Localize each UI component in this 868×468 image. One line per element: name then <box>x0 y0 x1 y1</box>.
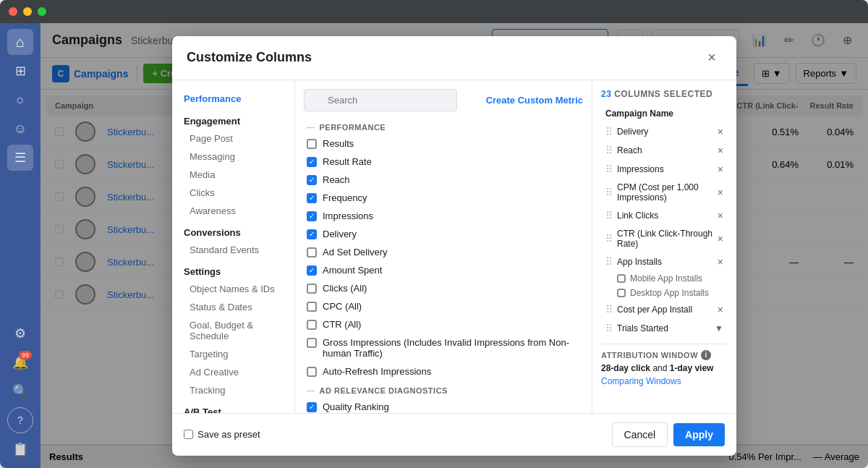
metric-clicks-all-label: Clicks (All) <box>323 283 367 294</box>
remove-cpm-button[interactable]: × <box>718 187 723 198</box>
metric-reach[interactable]: ✓ Reach <box>304 171 583 189</box>
selected-impressions-label: Impressions <box>617 164 713 174</box>
selected-mobile-app-installs[interactable]: Mobile App Installs <box>601 271 728 286</box>
drag-handle-icon: ⠿ <box>605 163 613 175</box>
sidebar-icon-help[interactable]: ? <box>7 407 33 433</box>
metric-amount-spent-checkbox[interactable]: ✓ <box>307 265 317 276</box>
category-messaging[interactable]: Messaging <box>172 148 294 166</box>
create-custom-metric-button[interactable]: Create Custom Metric <box>486 95 583 106</box>
categories-panel: Performance Engagement Page Post Messagi… <box>172 80 295 413</box>
metric-results-checkbox[interactable] <box>307 139 317 149</box>
sidebar-icon-circle[interactable]: ○ <box>7 87 33 113</box>
sidebar-icon-search[interactable]: 🔍 <box>7 378 33 404</box>
remove-delivery-button[interactable]: × <box>718 126 723 137</box>
save-preset-label[interactable]: Save as preset <box>184 429 260 440</box>
category-ad-creative[interactable]: Ad Creative <box>172 363 294 381</box>
category-standard-events[interactable]: Standard Events <box>172 241 294 259</box>
remove-cost-per-app-button[interactable]: × <box>718 304 723 315</box>
metric-adset-delivery-checkbox[interactable] <box>307 247 317 258</box>
sidebar-icon-settings[interactable]: ⚙ <box>7 320 33 346</box>
selected-reach[interactable]: ⠿ Reach × <box>601 141 728 160</box>
metric-ctr-all[interactable]: CTR (All) <box>304 315 583 333</box>
save-preset-text: Save as preset <box>197 429 260 440</box>
category-targeting[interactable]: Targeting <box>172 345 294 363</box>
metric-gross-impressions[interactable]: Gross Impressions (Includes Invalid Impr… <box>304 333 583 362</box>
sidebar-icon-notifications[interactable]: 🔔99 <box>7 349 33 375</box>
category-awareness[interactable]: Awareness <box>172 202 294 220</box>
metric-delivery[interactable]: ✓ Delivery <box>304 225 583 243</box>
metric-adset-delivery[interactable]: Ad Set Delivery <box>304 243 583 261</box>
metric-impressions[interactable]: ✓ Impressions <box>304 207 583 225</box>
save-preset-checkbox[interactable] <box>184 430 193 439</box>
comparing-windows-link[interactable]: Comparing Windows <box>601 376 728 386</box>
selected-ctr[interactable]: ⠿ CTR (Link Click-Through Rate) × <box>601 225 728 252</box>
customize-columns-modal: Customize Columns × Performance Engageme… <box>172 36 736 456</box>
maximize-dot[interactable] <box>38 7 46 16</box>
remove-ctr-button[interactable]: × <box>718 233 723 244</box>
sidebar-icon-grid[interactable]: ⊞ <box>7 58 33 84</box>
category-clicks[interactable]: Clicks <box>172 184 294 202</box>
metric-frequency-checkbox[interactable]: ✓ <box>307 193 317 203</box>
category-object-names[interactable]: Object Names & IDs <box>172 280 294 298</box>
close-dot[interactable] <box>9 7 17 16</box>
category-tracking[interactable]: Tracking <box>172 381 294 399</box>
metric-ctr-all-checkbox[interactable] <box>307 320 317 330</box>
metric-auto-refresh[interactable]: Auto-Refresh Impressions <box>304 362 583 380</box>
sidebar-icon-pages[interactable]: 📋 <box>7 436 33 462</box>
modal-close-button[interactable]: × <box>702 48 722 68</box>
category-group-conversions: Conversions <box>172 220 294 241</box>
attribution-info-icon[interactable]: i <box>701 350 711 360</box>
metric-quality-ranking[interactable]: ✓ Quality Ranking <box>304 398 583 413</box>
desktop-app-label: Desktop App Installs <box>630 288 709 298</box>
category-status-dates[interactable]: Status & Dates <box>172 298 294 316</box>
category-performance[interactable]: Performance <box>172 89 294 109</box>
selected-app-installs[interactable]: ⠿ App Installs × <box>601 252 728 271</box>
sidebar-icon-face[interactable]: ☺ <box>7 116 33 142</box>
expand-trials-icon[interactable]: ▼ <box>715 323 723 333</box>
apply-button[interactable]: Apply <box>673 423 725 446</box>
metric-delivery-checkbox[interactable]: ✓ <box>307 229 317 239</box>
remove-link-clicks-button[interactable]: × <box>718 210 723 221</box>
metric-results[interactable]: Results <box>304 135 583 153</box>
metric-impressions-checkbox[interactable]: ✓ <box>307 211 317 221</box>
selected-link-clicks[interactable]: ⠿ Link Clicks × <box>601 206 728 225</box>
category-goal-budget[interactable]: Goal, Budget & Schedule <box>172 316 294 345</box>
selected-trials-label: Trials Started <box>617 323 710 333</box>
sidebar-icon-home[interactable]: ⌂ <box>7 29 33 55</box>
metric-auto-refresh-checkbox[interactable] <box>307 367 317 377</box>
metric-gross-impressions-checkbox[interactable] <box>307 338 317 348</box>
metric-amount-spent[interactable]: ✓ Amount Spent <box>304 261 583 279</box>
metric-clicks-all[interactable]: Clicks (All) <box>304 279 583 297</box>
metric-frequency[interactable]: ✓ Frequency <box>304 189 583 207</box>
modal-title: Customize Columns <box>187 50 312 65</box>
attribution-header: ATTRIBUTION WINDOW i <box>601 350 728 360</box>
remove-app-installs-button[interactable]: × <box>718 256 723 268</box>
category-page-post[interactable]: Page Post <box>172 129 294 148</box>
remove-reach-button[interactable]: × <box>718 145 723 156</box>
cancel-button[interactable]: Cancel <box>612 422 668 447</box>
selected-desktop-app-installs[interactable]: Desktop App Installs <box>601 286 728 300</box>
selected-trials-started[interactable]: ⠿ Trials Started ▼ <box>601 319 728 338</box>
metric-delivery-label: Delivery <box>323 229 357 239</box>
selected-impressions[interactable]: ⠿ Impressions × <box>601 160 728 179</box>
minimize-dot[interactable] <box>23 7 32 16</box>
metric-result-rate-checkbox[interactable]: ✓ <box>307 157 317 167</box>
desktop-app-checkbox[interactable] <box>617 289 626 297</box>
category-media[interactable]: Media <box>172 166 294 184</box>
metric-result-rate[interactable]: ✓ Result Rate <box>304 153 583 171</box>
metric-ctr-all-label: CTR (All) <box>323 319 361 330</box>
metric-cpc-all-checkbox[interactable] <box>307 302 317 312</box>
metric-quality-ranking-checkbox[interactable]: ✓ <box>307 402 317 412</box>
metric-clicks-all-checkbox[interactable] <box>307 284 317 294</box>
selected-cpm[interactable]: ⠿ CPM (Cost per 1,000 Impressions) × <box>601 179 728 206</box>
sidebar-icon-list[interactable]: ☰ <box>7 145 33 171</box>
selected-cost-per-app-install[interactable]: ⠿ Cost per App Install × <box>601 300 728 319</box>
metrics-search-input[interactable] <box>304 89 457 111</box>
remove-impressions-button[interactable]: × <box>718 163 723 175</box>
drag-handle-icon: ⠿ <box>605 187 613 198</box>
metric-reach-checkbox[interactable]: ✓ <box>307 175 317 185</box>
metric-cpc-all[interactable]: CPC (All) <box>304 297 583 315</box>
selected-delivery[interactable]: ⠿ Delivery × <box>601 122 728 141</box>
mobile-app-checkbox[interactable] <box>617 274 626 283</box>
metric-gross-impressions-label: Gross Impressions (Includes Invalid Impr… <box>323 337 580 359</box>
